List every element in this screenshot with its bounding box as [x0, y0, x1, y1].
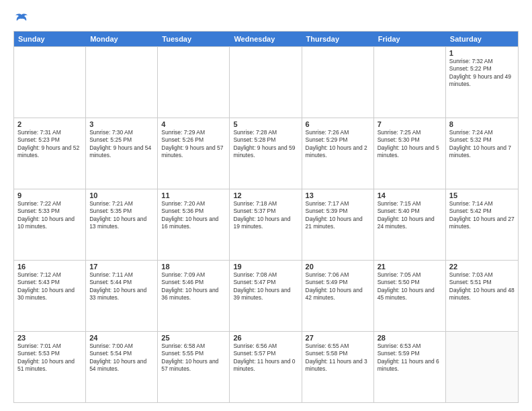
calendar-day-cell: 21Sunrise: 7:05 AM Sunset: 5:50 PM Dayli… [374, 261, 446, 331]
day-number: 28 [378, 334, 442, 342]
calendar-day-cell [446, 332, 518, 402]
day-of-week-header: Thursday [302, 32, 374, 46]
day-number: 27 [306, 334, 370, 342]
day-info: Sunrise: 6:58 AM Sunset: 5:55 PM Dayligh… [161, 342, 226, 373]
day-number: 15 [449, 191, 515, 199]
day-number: 11 [161, 191, 226, 199]
calendar-body: 1Sunrise: 7:32 AM Sunset: 5:22 PM Daylig… [14, 46, 518, 402]
calendar-day-cell [86, 47, 158, 118]
day-info: Sunrise: 7:00 AM Sunset: 5:54 PM Dayligh… [89, 342, 154, 373]
day-number: 1 [449, 49, 515, 57]
calendar-day-cell: 1Sunrise: 7:32 AM Sunset: 5:22 PM Daylig… [446, 47, 518, 118]
calendar-day-cell: 17Sunrise: 7:11 AM Sunset: 5:44 PM Dayli… [86, 261, 158, 331]
calendar-day-cell: 22Sunrise: 7:03 AM Sunset: 5:51 PM Dayli… [446, 261, 518, 331]
calendar-week-row: 1Sunrise: 7:32 AM Sunset: 5:22 PM Daylig… [14, 46, 518, 118]
calendar-day-cell: 16Sunrise: 7:12 AM Sunset: 5:43 PM Dayli… [14, 261, 86, 331]
calendar-day-cell: 6Sunrise: 7:26 AM Sunset: 5:29 PM Daylig… [302, 118, 374, 189]
calendar-day-cell: 18Sunrise: 7:09 AM Sunset: 5:46 PM Dayli… [158, 261, 230, 331]
calendar-day-cell [302, 47, 374, 118]
day-number: 26 [233, 334, 298, 342]
calendar-day-cell: 4Sunrise: 7:29 AM Sunset: 5:26 PM Daylig… [158, 118, 230, 189]
day-info: Sunrise: 6:55 AM Sunset: 5:58 PM Dayligh… [306, 342, 370, 373]
calendar-day-cell [158, 47, 230, 118]
day-info: Sunrise: 7:06 AM Sunset: 5:49 PM Dayligh… [306, 271, 370, 302]
calendar-week-row: 16Sunrise: 7:12 AM Sunset: 5:43 PM Dayli… [14, 260, 518, 331]
calendar-day-cell: 23Sunrise: 7:01 AM Sunset: 5:53 PM Dayli… [14, 332, 86, 402]
day-number: 7 [378, 120, 442, 128]
day-number: 8 [449, 120, 515, 128]
day-info: Sunrise: 7:14 AM Sunset: 5:42 PM Dayligh… [449, 200, 515, 231]
day-info: Sunrise: 7:01 AM Sunset: 5:53 PM Dayligh… [17, 342, 82, 373]
day-info: Sunrise: 7:12 AM Sunset: 5:43 PM Dayligh… [17, 271, 82, 302]
day-info: Sunrise: 7:30 AM Sunset: 5:25 PM Dayligh… [89, 129, 154, 160]
day-info: Sunrise: 7:03 AM Sunset: 5:51 PM Dayligh… [449, 271, 515, 302]
day-number: 17 [89, 263, 154, 271]
day-number: 22 [449, 263, 515, 271]
logo-bird-icon [14, 13, 29, 26]
day-info: Sunrise: 7:08 AM Sunset: 5:47 PM Dayligh… [233, 271, 298, 302]
calendar-week-row: 2Sunrise: 7:31 AM Sunset: 5:23 PM Daylig… [14, 118, 518, 189]
day-info: Sunrise: 7:29 AM Sunset: 5:26 PM Dayligh… [161, 129, 226, 160]
calendar-day-cell: 10Sunrise: 7:21 AM Sunset: 5:35 PM Dayli… [86, 189, 158, 260]
day-info: Sunrise: 7:20 AM Sunset: 5:36 PM Dayligh… [161, 200, 226, 231]
day-of-week-header: Saturday [446, 32, 518, 46]
day-number: 18 [161, 263, 226, 271]
calendar-day-cell: 25Sunrise: 6:58 AM Sunset: 5:55 PM Dayli… [158, 332, 230, 402]
calendar-day-cell: 12Sunrise: 7:18 AM Sunset: 5:37 PM Dayli… [230, 189, 302, 260]
calendar-day-cell: 11Sunrise: 7:20 AM Sunset: 5:36 PM Dayli… [158, 189, 230, 260]
calendar-day-cell: 15Sunrise: 7:14 AM Sunset: 5:42 PM Dayli… [446, 189, 518, 260]
day-info: Sunrise: 7:31 AM Sunset: 5:23 PM Dayligh… [17, 129, 82, 160]
calendar-day-cell: 5Sunrise: 7:28 AM Sunset: 5:28 PM Daylig… [230, 118, 302, 189]
day-number: 19 [233, 263, 298, 271]
calendar-day-cell: 26Sunrise: 6:56 AM Sunset: 5:57 PM Dayli… [230, 332, 302, 402]
calendar-day-cell: 2Sunrise: 7:31 AM Sunset: 5:23 PM Daylig… [14, 118, 86, 189]
day-info: Sunrise: 7:21 AM Sunset: 5:35 PM Dayligh… [89, 200, 154, 231]
calendar-day-cell: 14Sunrise: 7:15 AM Sunset: 5:40 PM Dayli… [374, 189, 446, 260]
calendar-day-cell [14, 47, 86, 118]
day-info: Sunrise: 7:22 AM Sunset: 5:33 PM Dayligh… [17, 200, 82, 231]
day-number: 9 [17, 191, 82, 199]
calendar-day-cell [230, 47, 302, 118]
day-number: 21 [378, 263, 442, 271]
calendar-day-cell: 28Sunrise: 6:53 AM Sunset: 5:59 PM Dayli… [374, 332, 446, 402]
day-number: 5 [233, 120, 298, 128]
day-info: Sunrise: 6:56 AM Sunset: 5:57 PM Dayligh… [233, 342, 298, 373]
logo [13, 13, 29, 24]
day-number: 24 [89, 334, 154, 342]
day-info: Sunrise: 7:24 AM Sunset: 5:32 PM Dayligh… [449, 129, 515, 160]
calendar-day-cell [374, 47, 446, 118]
day-number: 2 [17, 120, 82, 128]
calendar-day-cell: 20Sunrise: 7:06 AM Sunset: 5:49 PM Dayli… [302, 261, 374, 331]
day-info: Sunrise: 7:11 AM Sunset: 5:44 PM Dayligh… [89, 271, 154, 302]
day-of-week-header: Wednesday [230, 32, 302, 46]
day-info: Sunrise: 7:26 AM Sunset: 5:29 PM Dayligh… [306, 129, 370, 160]
day-info: Sunrise: 7:05 AM Sunset: 5:50 PM Dayligh… [378, 271, 442, 302]
calendar: SundayMondayTuesdayWednesdayThursdayFrid… [13, 31, 519, 403]
calendar-week-row: 9Sunrise: 7:22 AM Sunset: 5:33 PM Daylig… [14, 189, 518, 260]
calendar-day-cell: 19Sunrise: 7:08 AM Sunset: 5:47 PM Dayli… [230, 261, 302, 331]
day-of-week-header: Tuesday [158, 32, 230, 46]
day-info: Sunrise: 7:17 AM Sunset: 5:39 PM Dayligh… [306, 200, 370, 231]
calendar-day-cell: 27Sunrise: 6:55 AM Sunset: 5:58 PM Dayli… [302, 332, 374, 402]
calendar-week-row: 23Sunrise: 7:01 AM Sunset: 5:53 PM Dayli… [14, 331, 518, 402]
calendar-header [13, 11, 519, 24]
day-info: Sunrise: 7:32 AM Sunset: 5:22 PM Dayligh… [449, 58, 515, 89]
calendar-day-cell: 7Sunrise: 7:25 AM Sunset: 5:30 PM Daylig… [374, 118, 446, 189]
day-number: 23 [17, 334, 82, 342]
day-of-week-header: Monday [86, 32, 158, 46]
calendar-day-cell: 8Sunrise: 7:24 AM Sunset: 5:32 PM Daylig… [446, 118, 518, 189]
day-number: 20 [306, 263, 370, 271]
day-number: 3 [89, 120, 154, 128]
day-info: Sunrise: 7:18 AM Sunset: 5:37 PM Dayligh… [233, 200, 298, 231]
day-number: 12 [233, 191, 298, 199]
calendar-day-cell: 24Sunrise: 7:00 AM Sunset: 5:54 PM Dayli… [86, 332, 158, 402]
day-info: Sunrise: 7:25 AM Sunset: 5:30 PM Dayligh… [378, 129, 442, 160]
day-of-week-header: Sunday [14, 32, 86, 46]
day-info: Sunrise: 7:15 AM Sunset: 5:40 PM Dayligh… [378, 200, 442, 231]
day-number: 25 [161, 334, 226, 342]
calendar-day-cell: 9Sunrise: 7:22 AM Sunset: 5:33 PM Daylig… [14, 189, 86, 260]
day-number: 6 [306, 120, 370, 128]
day-number: 16 [17, 263, 82, 271]
day-number: 4 [161, 120, 226, 128]
day-info: Sunrise: 6:53 AM Sunset: 5:59 PM Dayligh… [378, 342, 442, 373]
